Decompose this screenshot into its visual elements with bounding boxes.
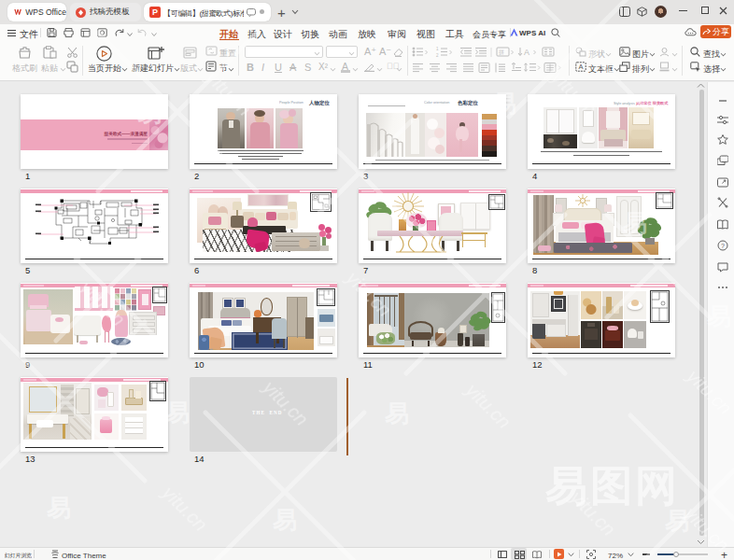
svg-text:1: 1 <box>436 47 439 51</box>
svg-text:A: A <box>578 63 583 71</box>
svg-text:A: A <box>524 48 529 57</box>
svg-text:?: ? <box>721 243 725 249</box>
svg-text:2: 2 <box>436 53 439 58</box>
svg-text:拼: 拼 <box>499 49 504 55</box>
svg-text:P: P <box>152 7 158 17</box>
